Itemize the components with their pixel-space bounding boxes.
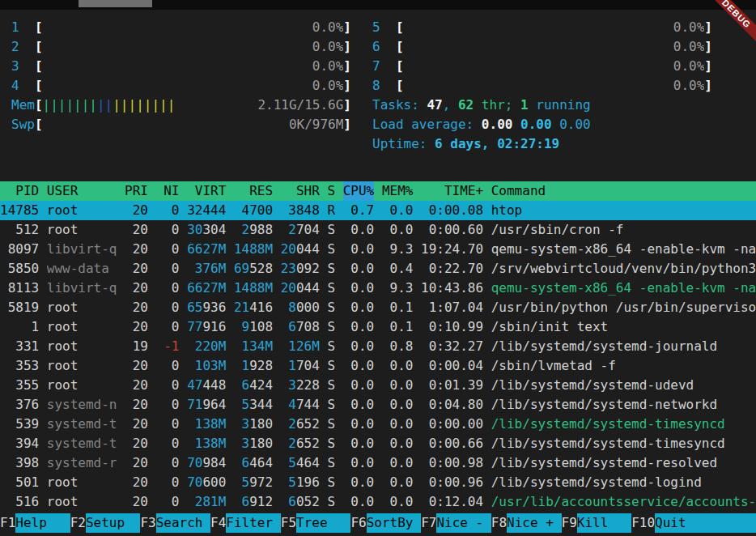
cell-state: S <box>327 434 335 453</box>
cell-cpu-percent: 0.0 <box>343 298 375 317</box>
cell-priority: 20 <box>125 279 148 298</box>
fn-action-label-F5: Tree <box>296 513 350 533</box>
process-row[interactable]: 331 root 19 -1 220M 134M 126M S 0.0 0.8 … <box>0 337 756 356</box>
function-key-F3[interactable]: F3Search <box>140 513 210 536</box>
column-header-pid[interactable]: PID <box>0 181 39 201</box>
cell-user: root <box>47 473 117 492</box>
mem-bar-segment-green: ||||||| <box>43 97 97 113</box>
column-header-cpu-sort[interactable]: CPU% <box>343 181 375 201</box>
cell-shr: 6708 <box>281 317 320 337</box>
column-header-state[interactable]: S <box>327 181 335 201</box>
uptime-label: Uptime: <box>372 136 435 151</box>
column-header-res[interactable]: RES <box>234 181 273 201</box>
process-row[interactable]: 516 root 20 0 281M 6912 6052 S 0.0 0.0 0… <box>0 492 756 512</box>
cell-mem-percent: 0.0 <box>382 356 414 376</box>
column-header-mem[interactable]: MEM% <box>382 181 414 201</box>
process-row[interactable]: 398 systemd-r 20 0 70984 6464 5464 S 0.0… <box>0 453 756 473</box>
cell-res: 1488M <box>234 240 273 259</box>
column-header-command[interactable]: Command <box>491 181 756 201</box>
process-row[interactable]: 539 systemd-t 20 0 138M 3180 2652 S 0.0 … <box>0 415 756 434</box>
cell-command: qemu-system-x86_64 -enable-kvm -na <box>491 279 756 298</box>
function-key-F6[interactable]: F6SortBy <box>350 513 421 536</box>
cell-virt: 47448 <box>187 376 226 395</box>
process-row[interactable]: 353 root 20 0 103M 1928 1704 S 0.0 0.0 0… <box>0 356 756 376</box>
cell-command: /lib/systemd/systemd-networkd <box>491 395 756 415</box>
process-row[interactable]: 376 systemd-n 20 0 71964 5344 4744 S 0.0… <box>0 395 756 415</box>
cell-time: 0:00.98 <box>421 453 483 473</box>
function-key-F4[interactable]: F4Filter <box>210 513 281 536</box>
fn-key-label-F3: F3 <box>140 513 155 533</box>
column-header-virt[interactable]: VIRT <box>187 181 226 201</box>
fn-key-label-F7: F7 <box>421 513 436 533</box>
cell-priority: 20 <box>125 434 148 453</box>
threads-count: 62 <box>458 97 474 113</box>
column-header-user[interactable]: USER <box>47 181 117 201</box>
process-row[interactable]: 512 root 20 0 30304 2988 2704 S 0.0 0.0 … <box>0 220 756 240</box>
cell-shr: 20044 <box>281 279 320 298</box>
fn-action-label-F10: Quit <box>655 513 756 533</box>
cell-pid: 355 <box>0 376 39 395</box>
cell-res: 1928 <box>234 356 273 376</box>
function-key-F9[interactable]: F9Kill <box>562 513 632 536</box>
running-label: running <box>529 97 591 113</box>
cell-pid: 501 <box>0 473 39 492</box>
cell-user: libvirt-q <box>47 240 117 259</box>
function-key-F5[interactable]: F5Tree <box>281 513 351 536</box>
cpu-meter-2: 2[0.0%] <box>11 37 351 57</box>
function-key-F2[interactable]: F2Setup <box>70 513 141 536</box>
function-key-F7[interactable]: F7Nice - <box>421 513 491 536</box>
cpu-meter-label-6: 6 <box>372 37 396 57</box>
cell-command: /lib/systemd/systemd-logind <box>491 473 756 492</box>
fn-action-label-F3: Search <box>156 513 210 533</box>
process-row[interactable]: 1 root 20 0 77916 9108 6708 S 0.0 0.1 0:… <box>0 317 756 337</box>
cell-res: 6464 <box>234 453 273 473</box>
cell-virt: 103M <box>187 356 226 376</box>
process-row[interactable]: 5819 root 20 0 65936 21416 8000 S 0.0 0.… <box>0 298 756 317</box>
cell-res: 21416 <box>234 298 273 317</box>
process-row[interactable]: 394 systemd-t 20 0 138M 3180 2652 S 0.0 … <box>0 434 756 453</box>
cell-pid: 8097 <box>0 240 39 259</box>
process-row[interactable]: 501 root 20 0 70600 5972 5196 S 0.0 0.0 … <box>0 473 756 492</box>
fn-key-label-F6: F6 <box>350 513 366 533</box>
cell-time: 0:00.08 <box>421 201 483 220</box>
cpu-meter-label-5: 5 <box>372 18 396 37</box>
cpu-meter-value-7: 0.0% <box>673 57 705 76</box>
process-row[interactable]: 355 root 20 0 47448 6424 3228 S 0.0 0.0 … <box>0 376 756 395</box>
meter-close-bracket: ] <box>343 18 351 37</box>
process-row[interactable]: 14785 root 20 0 32444 4700 3848 R 0.7 0.… <box>0 201 756 220</box>
cpu-meter-label-3: 3 <box>11 57 35 76</box>
cpu-meter-5: 5[0.0%] <box>372 18 712 37</box>
function-key-F10[interactable]: F10Quit <box>631 513 756 536</box>
column-header-pri[interactable]: PRI <box>125 181 148 201</box>
cell-virt: 6627M <box>187 279 226 298</box>
column-header-shr[interactable]: SHR <box>281 181 320 201</box>
mem-bar-segment-yellow: |||||||| <box>113 97 175 113</box>
cell-pid: 353 <box>0 356 39 376</box>
column-header-time[interactable]: TIME+ <box>421 181 483 201</box>
load-average: Load average: 0.00 0.00 0.00 <box>372 115 712 134</box>
cell-mem-percent: 0.0 <box>382 415 414 434</box>
swap-meter-value: 0K/976M <box>289 115 343 134</box>
column-header-ni[interactable]: NI <box>156 181 180 201</box>
cell-pid: 5850 <box>0 259 39 279</box>
htop-terminal-screen: DEBUG 1[0.0%] 2[0.0%] 3[0.0%] 4[0.0%] Me… <box>0 0 756 536</box>
cell-mem-percent: 0.0 <box>382 376 414 395</box>
cell-state: S <box>327 492 335 512</box>
cell-shr: 1704 <box>281 356 320 376</box>
cpu-meters-5-8: 5[0.0%] 6[0.0%] 7[0.0%] 8[0.0%] <box>372 18 712 96</box>
uptime: Uptime: 6 days, 02:27:19 <box>372 134 712 154</box>
function-key-F1[interactable]: F1Help <box>0 513 70 536</box>
function-key-F8[interactable]: F8Nice + <box>491 513 562 536</box>
process-row[interactable]: 8097 libvirt-q 20 0 6627M 1488M 20044 S … <box>0 240 756 259</box>
cell-cpu-percent: 0.0 <box>343 279 375 298</box>
cell-priority: 20 <box>125 395 148 415</box>
cell-virt: 65936 <box>187 298 226 317</box>
cell-virt: 220M <box>187 337 226 356</box>
fn-key-label-F1: F1 <box>0 513 15 533</box>
cpu-meter-label-8: 8 <box>372 76 396 96</box>
cell-time: 1:07.04 <box>421 298 483 317</box>
tasks-count: 47 <box>427 97 442 113</box>
cell-nice: 0 <box>156 298 180 317</box>
process-row[interactable]: 8113 libvirt-q 20 0 6627M 1488M 20044 S … <box>0 279 756 298</box>
process-row[interactable]: 5850 www-data 20 0 376M 69528 23092 S 0.… <box>0 259 756 279</box>
